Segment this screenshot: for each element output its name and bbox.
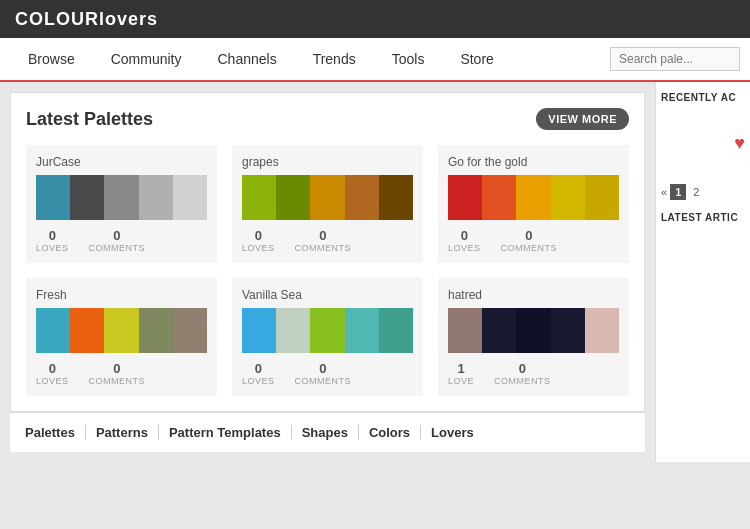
palette-item: JurCase0LOVES0COMMENTS: [26, 145, 217, 263]
section-header: Latest Palettes VIEW MORE: [26, 108, 629, 130]
palette-stats: 0LOVES0COMMENTS: [36, 361, 207, 386]
love-stat: 0LOVES: [242, 361, 275, 386]
love-stat: 0LOVES: [242, 228, 275, 253]
love-label: LOVES: [242, 243, 275, 253]
palette-item: grapes0LOVES0COMMENTS: [232, 145, 423, 263]
color-swatch: [310, 175, 344, 220]
comment-label: COMMENTS: [295, 243, 352, 253]
color-swatch: [448, 175, 482, 220]
palette-item: Go for the gold0LOVES0COMMENTS: [438, 145, 629, 263]
left-content: Latest Palettes VIEW MORE JurCase0LOVES0…: [0, 82, 655, 462]
comment-count: 0: [519, 361, 526, 376]
color-swatch: [173, 175, 207, 220]
comment-label: COMMENTS: [494, 376, 551, 386]
next-page[interactable]: 2: [689, 184, 703, 200]
love-count: 0: [49, 228, 56, 243]
nav-tools[interactable]: Tools: [374, 39, 443, 79]
latest-articles-title: LATEST ARTIC: [661, 212, 745, 223]
color-swatch: [585, 308, 619, 353]
comment-stat: 0COMMENTS: [501, 228, 558, 253]
comment-count: 0: [319, 228, 326, 243]
search-input[interactable]: [610, 47, 740, 71]
color-strip: [448, 175, 619, 220]
love-label: LOVE: [448, 376, 474, 386]
palette-name: Vanilla Sea: [242, 288, 413, 302]
footer-link-shapes[interactable]: Shapes: [292, 425, 359, 440]
footer-link-colors[interactable]: Colors: [359, 425, 421, 440]
comment-count: 0: [113, 228, 120, 243]
color-swatch: [448, 308, 482, 353]
color-swatch: [345, 175, 379, 220]
color-strip: [36, 175, 207, 220]
footer-link-pattern-templates[interactable]: Pattern Templates: [159, 425, 292, 440]
color-swatch: [345, 308, 379, 353]
comment-label: COMMENTS: [89, 243, 146, 253]
palette-item: Fresh0LOVES0COMMENTS: [26, 278, 217, 396]
recently-active-title: RECENTLY AC: [661, 92, 745, 103]
love-label: LOVES: [448, 243, 481, 253]
palette-name: Fresh: [36, 288, 207, 302]
comment-stat: 0COMMENTS: [89, 361, 146, 386]
palette-item: hatred1LOVE0COMMENTS: [438, 278, 629, 396]
comment-label: COMMENTS: [501, 243, 558, 253]
comment-stat: 0COMMENTS: [89, 228, 146, 253]
love-label: LOVES: [242, 376, 275, 386]
love-label: LOVES: [36, 376, 69, 386]
pagination: « 1 2: [661, 184, 745, 200]
palette-name: JurCase: [36, 155, 207, 169]
love-count: 0: [49, 361, 56, 376]
color-swatch: [242, 308, 276, 353]
nav-browse[interactable]: Browse: [10, 39, 93, 79]
love-count: 0: [461, 228, 468, 243]
color-swatch: [551, 175, 585, 220]
color-strip: [36, 308, 207, 353]
love-stat: 0LOVES: [36, 228, 69, 253]
color-swatch: [104, 175, 138, 220]
color-swatch: [104, 308, 138, 353]
love-stat: 1LOVE: [448, 361, 474, 386]
color-strip: [242, 308, 413, 353]
footer-link-patterns[interactable]: Patterns: [86, 425, 159, 440]
header: COLOURlovers: [0, 0, 750, 38]
palette-item: Vanilla Sea0LOVES0COMMENTS: [232, 278, 423, 396]
love-label: LOVES: [36, 243, 69, 253]
color-swatch: [70, 175, 104, 220]
heart-icon: ♥: [661, 133, 745, 154]
footer-link-palettes[interactable]: Palettes: [25, 425, 86, 440]
color-swatch: [36, 175, 70, 220]
nav-bar: Browse Community Channels Trends Tools S…: [0, 38, 750, 82]
main-container: Latest Palettes VIEW MORE JurCase0LOVES0…: [0, 82, 750, 462]
love-count: 0: [255, 228, 262, 243]
color-strip: [242, 175, 413, 220]
love-stat: 0LOVES: [36, 361, 69, 386]
color-swatch: [516, 308, 550, 353]
color-swatch: [173, 308, 207, 353]
comment-stat: 0COMMENTS: [295, 361, 352, 386]
palette-stats: 0LOVES0COMMENTS: [448, 228, 619, 253]
palette-stats: 1LOVE0COMMENTS: [448, 361, 619, 386]
palette-name: grapes: [242, 155, 413, 169]
palette-stats: 0LOVES0COMMENTS: [36, 228, 207, 253]
view-more-button[interactable]: VIEW MORE: [536, 108, 629, 130]
nav-trends[interactable]: Trends: [295, 39, 374, 79]
color-swatch: [482, 175, 516, 220]
color-swatch: [139, 175, 173, 220]
logo: COLOURlovers: [15, 9, 158, 30]
palette-stats: 0LOVES0COMMENTS: [242, 361, 413, 386]
color-strip: [448, 308, 619, 353]
current-page[interactable]: 1: [670, 184, 686, 200]
color-swatch: [36, 308, 70, 353]
color-swatch: [379, 308, 413, 353]
footer-link-lovers[interactable]: Lovers: [421, 425, 484, 440]
nav-channels[interactable]: Channels: [199, 39, 294, 79]
color-swatch: [551, 308, 585, 353]
comment-stat: 0COMMENTS: [295, 228, 352, 253]
prev-page[interactable]: «: [661, 186, 667, 198]
palette-stats: 0LOVES0COMMENTS: [242, 228, 413, 253]
color-swatch: [482, 308, 516, 353]
nav-community[interactable]: Community: [93, 39, 200, 79]
color-swatch: [516, 175, 550, 220]
nav-store[interactable]: Store: [442, 39, 511, 79]
comment-stat: 0COMMENTS: [494, 361, 551, 386]
color-swatch: [276, 175, 310, 220]
